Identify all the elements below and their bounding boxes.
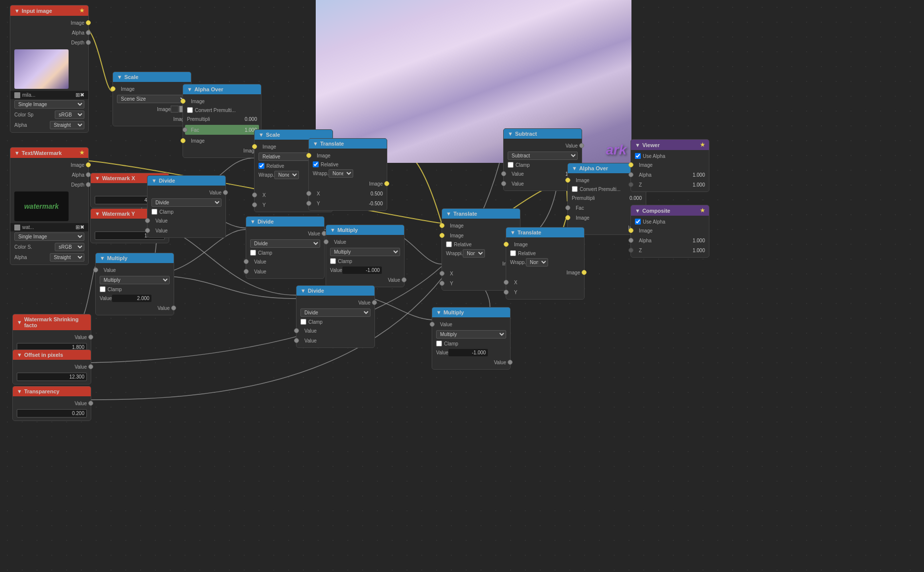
d3-in-val2-socket[interactable] <box>294 338 299 343</box>
node-text-watermark-header[interactable]: ▼ Text/Watermark ★ <box>10 148 88 158</box>
transparency-header[interactable]: ▼ Transparency <box>13 386 91 396</box>
d3-out-val-socket[interactable] <box>372 300 377 305</box>
colorsp-select[interactable]: sRGB <box>55 111 84 119</box>
m1-out-val-socket[interactable] <box>171 305 176 310</box>
output-depth-socket[interactable] <box>86 40 91 45</box>
viewer-in-image-socket[interactable] <box>628 162 633 167</box>
image-mode-select[interactable]: Single Image <box>14 100 84 109</box>
offset-val-input[interactable] <box>17 373 87 381</box>
t2-y-socket[interactable] <box>440 281 444 286</box>
t1-wrap-select[interactable]: None <box>329 169 353 178</box>
shrink-val-socket[interactable] <box>88 335 93 340</box>
sub1-mode-select[interactable]: Subtract <box>508 152 578 160</box>
t3-relative-check[interactable] <box>510 250 516 256</box>
comp-use-alpha-check[interactable] <box>635 219 641 225</box>
t1-in-image-socket[interactable] <box>306 153 311 158</box>
d1-in-val1-socket[interactable] <box>145 218 150 223</box>
ao1-fac-socket[interactable] <box>183 127 187 132</box>
sub1-in-val2-socket[interactable] <box>501 181 506 186</box>
t2-wrap-select[interactable]: None <box>463 249 485 258</box>
t2-in-image2-socket[interactable] <box>440 233 444 238</box>
m3-out-val-socket[interactable] <box>508 360 513 365</box>
t3-y-socket[interactable] <box>504 290 509 295</box>
t3-x-socket[interactable] <box>504 280 509 285</box>
s2-wrap-select[interactable]: None <box>274 171 299 179</box>
translate1-header[interactable]: ▼ Translate <box>309 139 387 149</box>
ao2-in-image2-socket[interactable] <box>565 215 570 220</box>
divide1-header[interactable]: ▼ Divide <box>148 176 225 186</box>
m3-in-val-socket[interactable] <box>430 322 435 327</box>
comp-in-image-socket[interactable] <box>628 228 633 233</box>
m2-clamp-check[interactable] <box>330 258 336 264</box>
t2-x-socket[interactable] <box>440 271 444 276</box>
tw-mode-select[interactable]: Single Image <box>14 232 84 241</box>
d2-mode-select[interactable]: Divide <box>250 239 320 248</box>
tw-output-image-socket[interactable] <box>86 162 91 167</box>
s2-x-socket[interactable] <box>252 192 257 197</box>
m3-mode-select[interactable]: Multiply <box>436 330 506 339</box>
trans-val-input[interactable] <box>17 409 87 418</box>
sub1-in-val1-socket[interactable] <box>501 171 506 176</box>
t2-in-image-socket[interactable] <box>440 223 444 228</box>
d3-mode-select[interactable]: Divide <box>300 308 370 317</box>
node-alpha-over1-header[interactable]: ▼ Alpha Over <box>183 84 261 94</box>
alpha-select[interactable]: Straight <box>50 121 84 129</box>
comp-alpha-socket[interactable] <box>628 238 633 243</box>
node-input-image-header[interactable]: ▼ Input image ★ <box>10 5 88 16</box>
ao2-fac-socket[interactable] <box>565 205 570 210</box>
s2-in-image-socket[interactable] <box>252 144 257 149</box>
tw-colorsp-select[interactable]: sRGB <box>55 243 84 251</box>
output-image-socket[interactable] <box>86 20 91 25</box>
shrink-header[interactable]: ▼ Watermark Shrinking facto <box>13 314 91 330</box>
ao2-in-image1-socket[interactable] <box>565 178 570 183</box>
t3-wrap-select[interactable]: None <box>526 258 548 267</box>
offset-val-socket[interactable] <box>88 364 93 369</box>
m1-val-input[interactable] <box>112 295 151 302</box>
t3-out-image-socket[interactable] <box>582 270 587 275</box>
viewer-use-alpha-check[interactable] <box>635 153 641 159</box>
t1-out-image-socket[interactable] <box>384 181 389 186</box>
scale1-mode-select[interactable]: Scene Size <box>117 95 187 103</box>
m1-clamp-check[interactable] <box>100 286 106 292</box>
tw-alpha-select[interactable]: Straight <box>50 253 84 262</box>
viewer-header[interactable]: ▼ Viewer ★ <box>631 140 709 150</box>
multiply2-header[interactable]: ▼ Multiply <box>326 225 404 235</box>
m3-clamp-check[interactable] <box>436 341 442 346</box>
t1-y-socket[interactable] <box>306 201 311 206</box>
d3-clamp-check[interactable] <box>300 319 306 325</box>
sub1-out-val-socket[interactable] <box>579 143 584 148</box>
viewer-alpha-socket[interactable] <box>628 172 633 177</box>
d2-in-val2-socket[interactable] <box>244 269 249 274</box>
divide3-header[interactable]: ▼ Divide <box>296 286 374 296</box>
t3-in-image-socket[interactable] <box>504 242 509 247</box>
s2-relative-check[interactable] <box>259 163 264 169</box>
t2-relative-check[interactable] <box>446 241 452 247</box>
d1-in-val2-socket[interactable] <box>145 228 150 233</box>
d2-clamp-check[interactable] <box>250 250 256 256</box>
translate2-header[interactable]: ▼ Translate <box>442 209 520 219</box>
m2-out-val-socket[interactable] <box>402 277 407 282</box>
m2-in-val-socket[interactable] <box>324 239 329 244</box>
t1-x-socket[interactable] <box>306 191 311 196</box>
scale1-in-image[interactable] <box>111 86 115 91</box>
node-scale1-header[interactable]: ▼ Scale <box>113 72 191 82</box>
ao1-in-image1-socket[interactable] <box>181 99 185 104</box>
ao1-convert-check[interactable] <box>187 107 193 113</box>
m2-val-input[interactable] <box>342 267 382 274</box>
d1-out-val-socket[interactable] <box>223 190 228 195</box>
d2-in-val1-socket[interactable] <box>244 259 249 264</box>
output-alpha-socket[interactable] <box>86 30 91 35</box>
m1-mode-select[interactable]: Multiply <box>100 276 170 284</box>
ao1-in-image2-socket[interactable] <box>181 138 185 143</box>
s2-y-socket[interactable] <box>252 202 257 207</box>
offset-header[interactable]: ▼ Offset in pixels <box>13 350 91 360</box>
m2-mode-select[interactable]: Multiply <box>330 248 400 256</box>
d3-in-val1-socket[interactable] <box>294 328 299 333</box>
subtract1-header[interactable]: ▼ Subtract <box>504 129 582 139</box>
divide2-header[interactable]: ▼ Divide <box>246 217 324 227</box>
m1-in-val-socket[interactable] <box>93 267 98 272</box>
sub1-clamp-check[interactable] <box>508 162 514 168</box>
ao2-convert-check[interactable] <box>572 186 578 192</box>
d1-mode-select[interactable]: Divide <box>151 198 222 207</box>
m3-val-input[interactable] <box>448 349 488 356</box>
